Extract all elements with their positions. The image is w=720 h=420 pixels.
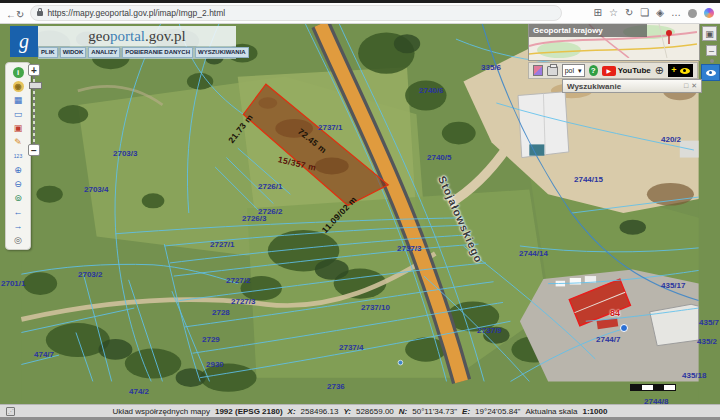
address-number-label: 84 [610, 308, 620, 318]
n-value: 50°11'34.73" [412, 407, 457, 416]
e-value: 19°24'05.84" [475, 407, 520, 416]
menu-item-pobieranie-danych[interactable]: POBIERANIE DANYCH [122, 47, 193, 58]
draw-icon[interactable]: ✎ [11, 136, 25, 148]
collapse-button[interactable]: – [706, 45, 717, 56]
language-value: pol [565, 67, 574, 74]
y-value: 528659.00 [356, 407, 394, 416]
x-label: X: [288, 407, 296, 416]
search-panel-title: Wyszukiwanie [567, 82, 621, 91]
parcel-label: 2701/1 [1, 279, 25, 288]
map-canvas[interactable]: 2703/32703/42703/22701/12726/12726/22726… [0, 24, 720, 404]
browser-bar: ←↻ https://mapy.geoportal.gov.pl/imap/Im… [0, 0, 720, 24]
parcel-label: 2726/1 [258, 182, 282, 191]
parcel-label: 2744/8 [644, 397, 668, 404]
split-screen-icon[interactable]: ⊞ [594, 8, 602, 18]
minimize-icon[interactable]: □ [684, 82, 688, 90]
geoportal-logo[interactable]: g [10, 26, 38, 57]
menu-item-widok[interactable]: WIDOK [60, 47, 87, 58]
globe-icon[interactable]: ⊕ [655, 65, 664, 76]
info-icon[interactable]: i [11, 66, 25, 78]
lock-icon [37, 11, 43, 16]
clear-selection-icon[interactable]: ▣ [11, 122, 25, 134]
crs-label: Układ współrzędnych mapy [113, 407, 210, 416]
print-icon[interactable] [547, 66, 558, 76]
contrast-plus-icon: + [671, 66, 676, 75]
logo-letter: g [19, 30, 29, 53]
language-select[interactable]: pol ▾ [562, 64, 585, 77]
globe-amber-icon[interactable]: ◉ [11, 80, 25, 92]
prev-view-icon[interactable]: ← [11, 206, 25, 218]
parcel-label: 2737/9 [477, 326, 501, 335]
measure-icon[interactable]: 123 [11, 150, 25, 162]
parcel-label: 2737/4 [339, 343, 363, 352]
zoom-out-icon[interactable]: ⊖ [11, 178, 25, 190]
scale-label: Aktualna skala [525, 407, 577, 416]
title-geo: geo [88, 28, 110, 45]
favorites-icon[interactable]: ☆ [609, 8, 618, 18]
back-icon[interactable]: ← [6, 9, 16, 20]
help-button[interactable]: ? [589, 65, 598, 76]
window-tool-button[interactable]: ▣ [702, 26, 717, 41]
parcel-label: 474/2 [129, 387, 149, 396]
menu-item-analizy[interactable]: ANALIZY [88, 47, 120, 58]
parcel-label: 2727/1 [210, 240, 234, 249]
page-title: geoportal.gov.pl [38, 26, 236, 46]
menu-item-wyszukiwania[interactable]: WYSZUKIWANIA [195, 47, 249, 58]
overview-map-panel[interactable]: Geoportal krajowy [528, 24, 700, 61]
history-icon[interactable]: ↻ [625, 8, 633, 18]
youtube-button[interactable]: ▶ YouTube [602, 66, 651, 76]
youtube-label: YouTube [618, 66, 651, 75]
browser-nav-left: ←↻ [6, 4, 24, 22]
parcel-label: 2744/7 [596, 335, 620, 344]
more-icon[interactable]: … [671, 8, 681, 18]
menu-item-plik[interactable]: PLIK [38, 47, 58, 58]
table-icon[interactable]: ▦ [11, 94, 25, 106]
parcel-label: 2740/5 [427, 153, 451, 162]
close-icon[interactable]: ✕ [691, 82, 697, 90]
scale-value: 1:1000 [582, 407, 607, 416]
parcel-label: 2703/2 [78, 270, 102, 279]
address-point-icon [620, 324, 628, 332]
parcel-label: 2703/4 [84, 185, 108, 194]
parcel-label: 2728 [212, 308, 230, 317]
top-toolbar: pol ▾ ? ▶ YouTube ⊕ + [528, 62, 698, 79]
parcel-label: 2726/3 [242, 214, 266, 223]
browser-nav-right: ⊞☆↻❏◈… [594, 8, 714, 18]
contrast-toggle[interactable]: + [668, 64, 693, 77]
world-icon[interactable]: ⊚ [11, 192, 25, 204]
chevron-down-icon: ▾ [578, 67, 582, 75]
parcel-label: 2727/2 [226, 276, 250, 285]
composition-icon[interactable] [533, 65, 543, 76]
parcel-label: 2744/14 [519, 249, 548, 258]
status-bar: Układ współrzędnych mapy 1992 (EPSG 2180… [0, 404, 720, 420]
shield-icon[interactable]: ◈ [656, 8, 664, 18]
title-portal: portal [110, 28, 145, 45]
refresh-icon[interactable]: ↻ [16, 9, 24, 20]
url-bar[interactable]: https://mapy.geoportal.gov.pl/imap/Imgp_… [30, 5, 562, 21]
visibility-button[interactable] [701, 64, 720, 81]
search-panel[interactable]: Wyszukiwanie □ ✕ [562, 79, 702, 93]
parcel-label: 2729 [202, 335, 220, 344]
profile-avatar[interactable] [688, 9, 697, 18]
zoom-in-button[interactable]: + [28, 64, 40, 76]
collections-icon[interactable]: ❏ [640, 8, 649, 18]
parcel-label: 2744/15 [574, 175, 603, 184]
zoom-slider-handle[interactable] [29, 82, 42, 89]
parcel-label: 435/7 [699, 318, 719, 327]
youtube-play-icon: ▶ [602, 66, 616, 76]
locate-icon[interactable]: ◎ [11, 234, 25, 246]
title-suffix: .gov.pl [145, 28, 186, 45]
parcel-label: 2737/10 [361, 303, 390, 312]
fullscreen-icon[interactable]: ⋰ [6, 407, 15, 416]
select-area-icon[interactable]: ▭ [11, 108, 25, 120]
parcel-label: 2737/1 [318, 123, 342, 132]
n-label: N: [399, 407, 407, 416]
parcel-label: 435/18 [682, 371, 706, 380]
parcel-label: 435/17 [661, 281, 685, 290]
zoom-in-icon[interactable]: ⊕ [11, 164, 25, 176]
next-view-icon[interactable]: → [11, 220, 25, 232]
parcel-label: 2703/3 [113, 149, 137, 158]
copilot-icon[interactable] [704, 8, 714, 18]
e-label: E: [462, 407, 470, 416]
zoom-out-button[interactable]: − [28, 144, 40, 156]
